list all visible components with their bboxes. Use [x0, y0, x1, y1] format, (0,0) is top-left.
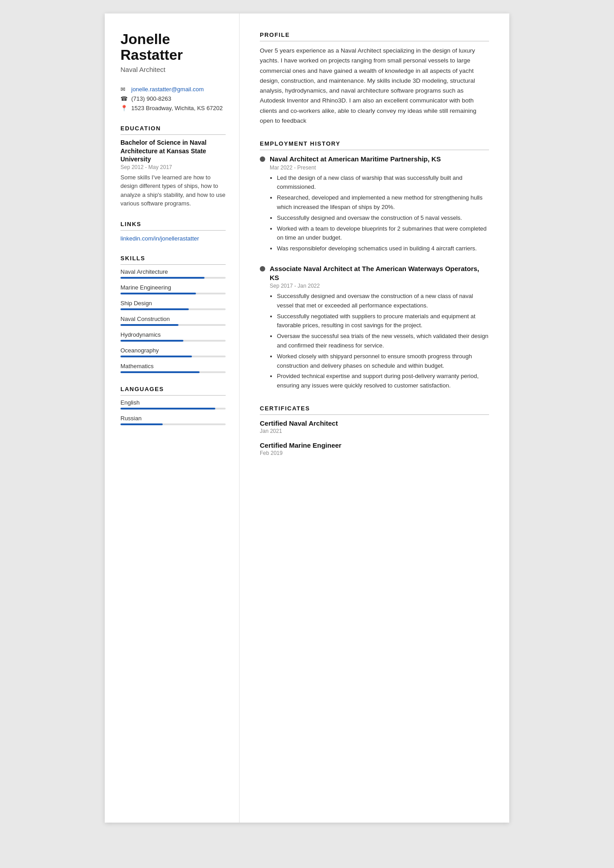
language-name: English: [120, 399, 226, 406]
language-bar-bg: [120, 423, 226, 425]
skill-bar-bg: [120, 371, 226, 373]
job-bullet: Researched, developed and implemented a …: [277, 193, 489, 212]
skill-bar-bg: [120, 340, 226, 342]
cert-entry: Certified Naval Architect Jan 2021: [260, 419, 489, 434]
main-content: PROFILE Over 5 years experience as a Nav…: [240, 13, 509, 823]
skill-bar-bg: [120, 324, 226, 326]
employment-section: EMPLOYMENT HISTORY Naval Architect at Am…: [260, 140, 489, 391]
skill-bar-bg: [120, 293, 226, 294]
profile-label: PROFILE: [260, 31, 489, 41]
job-bullet: Worked closely with shipyard personnel t…: [277, 352, 489, 371]
skill-bar-bg: [120, 277, 226, 279]
skill-name: Naval Construction: [120, 316, 226, 322]
email-icon: ✉: [120, 86, 128, 93]
job-entry: Naval Architect at American Maritime Par…: [260, 155, 489, 254]
candidate-name: Jonelle Rastatter: [120, 31, 226, 63]
education-label: EDUCATION: [120, 125, 226, 135]
skill-item: Hydrodynamics: [120, 331, 226, 342]
language-item: Russian: [120, 415, 226, 425]
skill-bar-bg: [120, 356, 226, 357]
cert-name: Certified Naval Architect: [260, 419, 489, 427]
cert-name: Certified Marine Engineer: [260, 441, 489, 449]
job-bullet: Worked with a team to develope blueprint…: [277, 224, 489, 243]
edu-dates: Sep 2012 - May 2017: [120, 164, 226, 170]
job-bullet: Was responsiblefor developing schematics…: [277, 244, 489, 254]
languages-label: LANGUAGES: [120, 386, 226, 396]
job-dates: Sep 2017 - Jan 2022: [270, 283, 489, 289]
job-bullet: Successfully designed and oversaw the co…: [277, 292, 489, 311]
skill-item: Ship Design: [120, 300, 226, 310]
job-header: Associate Naval Architect at The America…: [260, 264, 489, 282]
job-bullet: Oversaw the successful sea trials of the…: [277, 332, 489, 351]
contact-phone: ☎ (713) 900-8263: [120, 95, 226, 102]
certs-list: Certified Naval Architect Jan 2021 Certi…: [260, 419, 489, 456]
sidebar: Jonelle Rastatter Naval Architect ✉ jone…: [105, 13, 240, 823]
skill-bar-fill: [120, 277, 205, 279]
contact-email: ✉ jonelle.rastatter@gmail.com: [120, 86, 226, 93]
job-bullet: Led the design of a new class of warship…: [277, 174, 489, 192]
skill-item: Naval Construction: [120, 316, 226, 326]
job-dates: Mar 2022 - Present: [270, 165, 489, 171]
links-label: LINKS: [120, 221, 226, 231]
resume-container: Jonelle Rastatter Naval Architect ✉ jone…: [105, 13, 509, 823]
language-bar-bg: [120, 408, 226, 410]
skill-bar-fill: [120, 371, 200, 373]
job-header: Naval Architect at American Maritime Par…: [260, 155, 489, 164]
skill-name: Naval Architecture: [120, 268, 226, 275]
phone-icon: ☎: [120, 95, 128, 102]
skill-item: Marine Engineering: [120, 284, 226, 294]
skill-name: Marine Engineering: [120, 284, 226, 291]
job-dot: [260, 156, 265, 162]
skill-item: Naval Architecture: [120, 268, 226, 279]
language-name: Russian: [120, 415, 226, 422]
job-title: Associate Naval Architect at The America…: [270, 264, 489, 282]
skill-bar-fill: [120, 356, 192, 357]
skill-name: Ship Design: [120, 300, 226, 307]
skills-list: Naval Architecture Marine Engineering Sh…: [120, 268, 226, 373]
candidate-title: Naval Architect: [120, 66, 226, 73]
education-section: EDUCATION Bachelor of Science in Naval A…: [120, 125, 226, 208]
job-bullet: Successfully negotiated with suppliers t…: [277, 312, 489, 331]
job-bullet: Provided technical expertise and support…: [277, 372, 489, 391]
cert-date: Feb 2019: [260, 450, 489, 456]
skill-bar-fill: [120, 324, 178, 326]
location-icon: 📍: [120, 105, 128, 111]
language-bar-fill: [120, 423, 163, 425]
email-link[interactable]: jonelle.rastatter@gmail.com: [131, 86, 204, 93]
job-dot: [260, 266, 265, 272]
job-bullet: Successfully designed and oversaw the co…: [277, 214, 489, 223]
profile-text: Over 5 years experience as a Naval Archi…: [260, 46, 489, 126]
linkedin-link[interactable]: linkedin.com/in/jonellerastatter: [120, 235, 199, 242]
skill-name: Hydrodynamics: [120, 331, 226, 338]
edu-description: Some skills I've learned are how to desi…: [120, 173, 226, 208]
language-item: English: [120, 399, 226, 410]
jobs-list: Naval Architect at American Maritime Par…: [260, 155, 489, 391]
certificates-section: CERTIFICATES Certified Naval Architect J…: [260, 405, 489, 456]
skills-section: SKILLS Naval Architecture Marine Enginee…: [120, 255, 226, 373]
cert-entry: Certified Marine Engineer Feb 2019: [260, 441, 489, 456]
skill-bar-bg: [120, 308, 226, 310]
job-bullets: Led the design of a new class of warship…: [270, 174, 489, 254]
skill-item: Oceanography: [120, 347, 226, 357]
profile-section: PROFILE Over 5 years experience as a Nav…: [260, 31, 489, 126]
skill-bar-fill: [120, 340, 183, 342]
skill-name: Oceanography: [120, 347, 226, 354]
skill-bar-fill: [120, 308, 189, 310]
certificates-label: CERTIFICATES: [260, 405, 489, 415]
employment-label: EMPLOYMENT HISTORY: [260, 140, 489, 150]
job-bullets: Successfully designed and oversaw the co…: [270, 292, 489, 391]
languages-list: English Russian: [120, 399, 226, 425]
contact-address: 📍 1523 Broadway, Wichita, KS 67202: [120, 105, 226, 111]
languages-section: LANGUAGES English Russian: [120, 386, 226, 425]
skill-item: Mathematics: [120, 363, 226, 373]
skills-label: SKILLS: [120, 255, 226, 265]
cert-date: Jan 2021: [260, 428, 489, 434]
skill-bar-fill: [120, 293, 196, 294]
contact-list: ✉ jonelle.rastatter@gmail.com ☎ (713) 90…: [120, 86, 226, 111]
edu-degree: Bachelor of Science in Naval Architectur…: [120, 138, 226, 163]
job-entry: Associate Naval Architect at The America…: [260, 264, 489, 391]
language-bar-fill: [120, 408, 215, 410]
links-section: LINKS linkedin.com/in/jonellerastatter: [120, 221, 226, 242]
skill-name: Mathematics: [120, 363, 226, 369]
job-title: Naval Architect at American Maritime Par…: [270, 155, 441, 164]
